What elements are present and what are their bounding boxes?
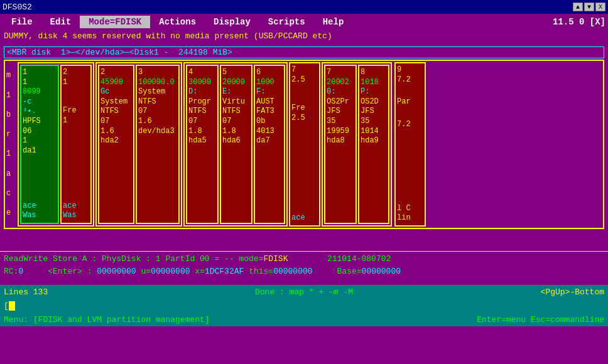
version-info: 11.5 0 [X] [553, 17, 605, 27]
status-readwrite: ReadWrite Store A : PhysDisk : 1 PartId … [4, 254, 263, 264]
main-area: <MBR disk 1>—</dev/hda>—<Disk1 - 244198 … [0, 44, 608, 251]
status-x-label: x= [190, 267, 205, 276]
menu-actions[interactable]: Actions [150, 16, 205, 28]
menu-help[interactable]: Help [314, 16, 353, 28]
partition-group-1: 1 1 8099 -c ³▪. HPFS 06 1 da1 ace Was [18, 62, 94, 227]
label-m: m [6, 71, 15, 80]
bottom-lines: Lines 133 [4, 287, 154, 297]
menu-edit[interactable]: Edit [41, 16, 80, 28]
partition-2[interactable]: 2 1 Fre 1 ace Was [60, 65, 92, 224]
status-enter-label: <Enter> : [23, 267, 97, 276]
minimize-button[interactable]: ▲ [573, 3, 583, 11]
info-bar: DUMMY, disk 4 seems reserved with no med… [0, 30, 608, 44]
status-date: 211014-080702 [327, 254, 391, 264]
bottom-pgup: <PgUp>-Bottom [454, 287, 604, 297]
partition-4[interactable]: 3 100000.0 System NTFS 07 1.6 dev/hda3 [136, 65, 180, 224]
partition-group-4: 7 20002 0: OS2Pr JFS 35 19959 hda8 8 101… [322, 62, 392, 227]
bottom-bar: Lines 133 Done : map * + -m -M <PgUp>-Bo… [0, 285, 608, 299]
bottom-done: Done : map * + -m -M [154, 287, 454, 297]
disk-header: <MBR disk 1>—</dev/hda>—<Disk1 - 244198 … [4, 46, 604, 58]
label-r: r [6, 130, 15, 139]
status-u-val: 00000000 [151, 267, 190, 276]
disk-header-text: <MBR disk 1>—</dev/hda>—<Disk1 - 244198 … [7, 48, 232, 57]
label-c: c [6, 189, 15, 198]
status-area: ReadWrite Store A : PhysDisk : 1 PartId … [0, 251, 608, 285]
status-base-label: Base= [313, 267, 362, 276]
partition-9[interactable]: 7 20002 0: OS2Pr JFS 35 19959 hda8 [324, 65, 357, 224]
status-line-2: RC:0 <Enter> : 00000000 u=00000000 x=1DC… [4, 265, 604, 278]
partition-5[interactable]: 4 30000 D: Progr NTFS 07 1.8 hda5 [186, 65, 219, 224]
cmd-prompt[interactable]: [ [4, 301, 9, 311]
window-controls[interactable]: ▲ ▼ X [573, 3, 605, 11]
cmd-cursor[interactable] [9, 301, 15, 311]
left-labels: m 1 b r 1 a c e [5, 61, 16, 228]
status-x-val: 1DCF32AF [205, 267, 244, 276]
status-base-val: 00000000 [362, 267, 401, 276]
menu-file[interactable]: File [3, 16, 41, 28]
partition-container: m 1 b r 1 a c e 1 1 8099 -c [4, 60, 604, 229]
title-bar: DFS0S2 ▲ ▼ X [0, 0, 608, 14]
menu-scripts[interactable]: Scripts [259, 16, 314, 28]
status-spaces [288, 254, 327, 264]
window-title: DFS0S2 [3, 3, 32, 12]
label-b: b [6, 110, 15, 119]
partitions-wrapper: m 1 b r 1 a c e 1 1 8099 -c [5, 61, 603, 228]
status-this-val: 00000000 [273, 267, 312, 276]
partition-3[interactable]: 2 45900 Gc System NTFS 07 1.6 hda2 [98, 65, 134, 224]
close-button[interactable]: X [595, 3, 605, 11]
info-text: DUMMY, disk 4 seems reserved with no med… [4, 31, 332, 41]
status-u-label: u= [136, 267, 151, 276]
maximize-button[interactable]: ▼ [584, 3, 594, 11]
cmd-line: [ [0, 299, 608, 313]
status-mode: FDISK [263, 254, 288, 264]
status-line-1: ReadWrite Store A : PhysDisk : 1 PartId … [4, 253, 604, 265]
partition-7[interactable]: 6 1000 F: AUST FAT3 0b 4013 da7 [254, 65, 285, 224]
menu-help-bar: Menu: [FDISK and LVM partition managemen… [0, 313, 608, 326]
menu-display[interactable]: Display [205, 16, 259, 28]
partition-11[interactable]: 9 7.2 Par 7.2 l C lin [394, 62, 426, 227]
label-1: 1 [6, 91, 15, 100]
partition-group-2: 2 45900 Gc System NTFS 07 1.6 hda2 3 100… [95, 62, 182, 227]
menu-bar: File Edit Mode=FDISK Actions Display Scr… [0, 14, 608, 30]
menu-help-left: Menu: [FDISK and LVM partition managemen… [4, 315, 210, 324]
status-this-label: this= [244, 267, 273, 276]
label-1b: 1 [6, 149, 15, 158]
menu-mode[interactable]: Mode=FDISK [80, 16, 150, 28]
label-a: a [6, 169, 15, 178]
status-addr: 00000000 [97, 267, 136, 276]
partition-6[interactable]: 5 20000 E: Virtu NTFS 07 1.8 hda6 [220, 65, 252, 224]
partition-10[interactable]: 8 1018 P: OS2D JFS 35 1014 hda9 [358, 65, 389, 224]
status-rc-label: RC: [4, 267, 18, 276]
partition-group-3: 4 30000 D: Progr NTFS 07 1.8 hda5 5 2000… [183, 62, 288, 227]
partition-8[interactable]: 7 2.5 Fre 2.5 ace [289, 62, 320, 227]
menu-help-right: Enter=menu Esc=commandline [477, 315, 604, 324]
partitions-inner: 1 1 8099 -c ³▪. HPFS 06 1 da1 ace Was [16, 61, 603, 228]
label-e: e [6, 208, 15, 217]
partition-1[interactable]: 1 1 8099 -c ³▪. HPFS 06 1 da1 ace Was [20, 65, 59, 224]
